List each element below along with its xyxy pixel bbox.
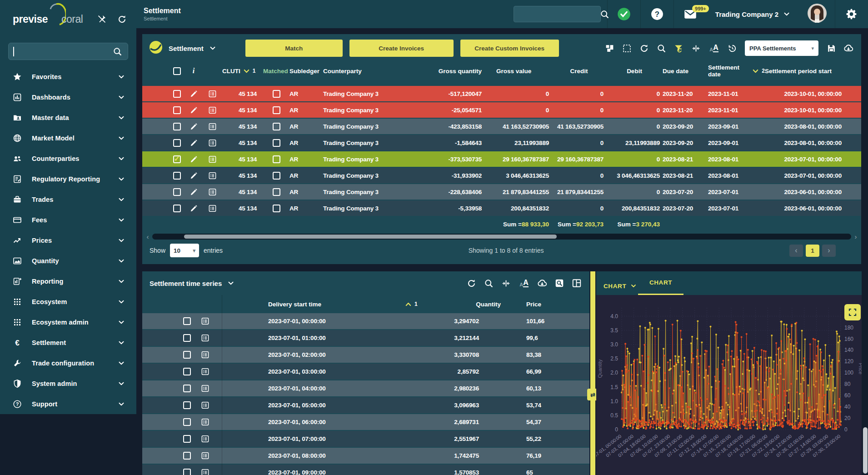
search-icon[interactable]: [600, 6, 609, 22]
table-row[interactable]: 45 134 AR Trading Company 3 -1,584643 23…: [142, 135, 861, 150]
details-icon[interactable]: [202, 106, 222, 115]
matched-checkbox[interactable]: [273, 205, 280, 212]
details-icon[interactable]: [202, 122, 222, 131]
match-button[interactable]: Match: [245, 40, 343, 57]
table-row[interactable]: 45 134 AR Trading Company 3 -373,530735 …: [142, 151, 861, 167]
sidebar-item-prices[interactable]: Prices: [0, 230, 136, 250]
status-check-icon[interactable]: [616, 6, 632, 22]
avatar[interactable]: [808, 4, 827, 25]
sidebar-item-regulatory-reporting[interactable]: Regulatory Reporting: [0, 169, 136, 189]
row-checkbox[interactable]: [183, 385, 191, 392]
row-checkbox[interactable]: [183, 418, 191, 426]
sidebar-item-support[interactable]: ? Support: [0, 394, 136, 414]
column-header-price[interactable]: Price: [482, 301, 589, 308]
column-header-gross-value[interactable]: Gross value: [484, 68, 552, 75]
edit-pencil-icon[interactable]: [185, 122, 202, 131]
sidebar-item-counterparties[interactable]: Counterparties: [0, 148, 136, 169]
row-checkbox[interactable]: [183, 317, 191, 325]
font-size-icon[interactable]: AA: [515, 279, 533, 288]
row-checkbox[interactable]: [173, 106, 181, 114]
sidebar-item-reporting[interactable]: Reporting: [0, 271, 136, 291]
select-all-checkbox[interactable]: [173, 67, 181, 75]
panel-title-dropdown[interactable]: Settlement: [169, 40, 217, 56]
details-icon[interactable]: [195, 384, 215, 393]
details-icon[interactable]: [195, 334, 215, 342]
details-icon[interactable]: [195, 350, 215, 359]
sidebar-item-quantity[interactable]: Quantity: [0, 250, 136, 271]
row-checkbox[interactable]: [183, 334, 191, 342]
matched-checkbox[interactable]: [273, 188, 280, 196]
row-checkbox[interactable]: [173, 172, 181, 180]
matched-checkbox[interactable]: [273, 155, 280, 163]
search-icon[interactable]: [480, 275, 497, 291]
list-item[interactable]: 2023-07-01, 08:00:00 1,742475 76,19: [142, 448, 589, 464]
row-checkbox[interactable]: [183, 368, 191, 375]
sidebar-item-settlement[interactable]: € Settlement: [0, 332, 136, 353]
marquee-select-icon[interactable]: [619, 40, 635, 56]
search-icon[interactable]: [653, 40, 669, 56]
row-checkbox[interactable]: [173, 90, 181, 98]
details-icon[interactable]: [195, 401, 215, 410]
sidebar-item-system-admin[interactable]: System admin: [0, 373, 136, 394]
page-size-select[interactable]: 10 ▾: [170, 244, 199, 257]
details-icon[interactable]: [195, 451, 215, 460]
column-header-period-start[interactable]: Settlement period start: [765, 68, 858, 75]
edit-pencil-icon[interactable]: [185, 188, 202, 196]
table-row[interactable]: 45 134 AR Trading Company 3 -517,120047 …: [142, 86, 861, 101]
details-icon[interactable]: [202, 204, 222, 213]
row-checkbox[interactable]: [183, 351, 191, 359]
sidebar-search[interactable]: [8, 43, 128, 60]
column-header-gross-quantity[interactable]: Gross quantity: [416, 68, 484, 75]
layout-icon[interactable]: [569, 275, 585, 291]
details-icon[interactable]: [195, 435, 215, 443]
company-selector[interactable]: Trading Company 2: [715, 6, 791, 22]
row-checkbox[interactable]: [173, 123, 181, 130]
list-item[interactable]: 2023-07-01, 09:00:00 1,570853 65: [142, 465, 589, 475]
sidebar-item-trades[interactable]: Trades: [0, 189, 136, 210]
matched-checkbox[interactable]: [273, 172, 280, 180]
list-item[interactable]: 2023-07-01, 07:00:00 2,551967 55,22: [142, 431, 589, 447]
matched-checkbox[interactable]: [273, 106, 280, 114]
row-checkbox[interactable]: [183, 469, 191, 475]
details-icon[interactable]: [195, 418, 215, 426]
edit-pencil-icon[interactable]: [185, 90, 202, 98]
table-row[interactable]: 45 134 AR Trading Company 3 -228,638406 …: [142, 184, 861, 200]
list-item[interactable]: 2023-07-01, 00:00:00 3,294702 101,66: [142, 313, 589, 329]
table-row[interactable]: 45 134 AR Trading Company 3 -31,933902 3…: [142, 168, 861, 183]
matched-checkbox[interactable]: [273, 123, 280, 130]
list-item[interactable]: 2023-07-01, 06:00:00 2,689731 54,37: [142, 414, 589, 430]
column-header-delivery[interactable]: Delivery start time: [268, 301, 404, 308]
scrollbar-track[interactable]: [152, 234, 851, 240]
search-icon[interactable]: [111, 44, 123, 59]
row-checkbox[interactable]: [183, 435, 191, 443]
collapse-columns-icon[interactable]: [498, 275, 514, 291]
chart-type-dropdown[interactable]: CHART: [604, 278, 638, 294]
column-header-subledger[interactable]: Subledger: [289, 68, 323, 75]
column-header-counterparty[interactable]: Counterparty: [323, 68, 416, 75]
fullscreen-button[interactable]: [844, 304, 861, 320]
edit-pencil-icon[interactable]: [185, 155, 202, 164]
details-icon[interactable]: [195, 468, 215, 475]
font-size-icon[interactable]: AA: [705, 44, 723, 53]
row-checkbox[interactable]: [183, 401, 191, 409]
history-icon[interactable]: [724, 40, 740, 56]
chart-tab[interactable]: CHART: [638, 271, 683, 295]
row-checkbox[interactable]: [173, 205, 181, 212]
next-page-button[interactable]: ›: [822, 245, 836, 257]
table-search-icon[interactable]: [551, 275, 568, 291]
details-icon[interactable]: [202, 171, 222, 180]
save-icon[interactable]: [823, 40, 839, 56]
details-icon[interactable]: [195, 367, 215, 376]
sidebar-item-ecosystem-admin[interactable]: Ecosystem admin: [0, 312, 136, 332]
board-icon[interactable]: [601, 40, 618, 56]
column-header-quantity[interactable]: 1 Quantity: [404, 300, 482, 308]
create-invoices-button[interactable]: Create Invoices: [349, 40, 454, 57]
list-item[interactable]: 2023-07-01, 03:00:00 2,85792 66,99: [142, 364, 589, 380]
list-item[interactable]: 2023-07-01, 02:00:00 3,330708 83,38: [142, 347, 589, 363]
download-icon[interactable]: [840, 40, 857, 56]
sidebar-item-trade-configuration[interactable]: Trade configuration: [0, 353, 136, 373]
details-icon[interactable]: [195, 317, 215, 325]
sidebar-item-fees[interactable]: Fees: [0, 210, 136, 230]
scroll-left-arrow[interactable]: ‹: [145, 233, 150, 240]
edit-pencil-icon[interactable]: [185, 204, 202, 213]
